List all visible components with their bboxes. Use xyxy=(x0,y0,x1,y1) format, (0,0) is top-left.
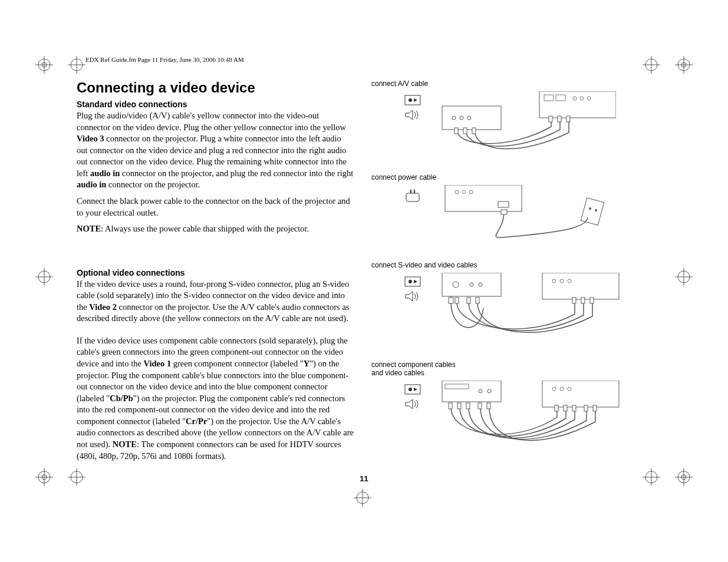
text: connect component cables xyxy=(371,361,456,369)
figure-icons xyxy=(371,273,430,306)
figure-power-cable: connect power cable xyxy=(371,173,651,246)
svg-rect-54 xyxy=(549,116,552,122)
doc-header: EDX Ref Guide.fm Page 11 Friday, June 30… xyxy=(85,56,651,63)
svg-rect-51 xyxy=(454,128,458,134)
crop-mark xyxy=(675,468,693,486)
text: : Always use the power cable that shippe… xyxy=(101,224,309,233)
figure-icons xyxy=(371,185,430,206)
diagram-svideo xyxy=(439,273,651,345)
crop-mark xyxy=(675,268,693,286)
svg-marker-72 xyxy=(406,292,413,301)
figure-icons xyxy=(371,381,430,414)
svg-point-66 xyxy=(589,207,591,210)
text: Plug the audio/video (A/V) cable's yello… xyxy=(77,111,346,132)
figure-icons xyxy=(371,91,430,124)
svg-rect-96 xyxy=(542,381,619,407)
text-bold: Video 1 xyxy=(144,359,172,368)
text-bold: audio in xyxy=(90,168,120,178)
body-paragraph: If the video device uses component cable… xyxy=(77,335,354,462)
svg-marker-90 xyxy=(414,388,417,391)
svg-rect-102 xyxy=(466,403,470,409)
text-bold: audio in xyxy=(77,180,106,189)
svg-rect-60 xyxy=(445,185,522,211)
svg-rect-45 xyxy=(539,91,616,118)
diagram-av xyxy=(439,91,651,158)
text-bold: Video 3 xyxy=(77,134,104,143)
svg-rect-83 xyxy=(467,297,470,303)
diagram-component xyxy=(439,381,651,453)
figure-column: connect A/V cable xyxy=(371,80,651,468)
audio-icon xyxy=(404,109,421,121)
svg-marker-39 xyxy=(414,98,417,102)
body-paragraph: Plug the audio/video (A/V) cable's yello… xyxy=(77,110,354,191)
page-title: Connecting a video device xyxy=(77,80,354,96)
svg-rect-77 xyxy=(542,273,619,299)
svg-rect-73 xyxy=(442,273,501,296)
svg-rect-104 xyxy=(487,403,490,409)
figure-label: connect component cables and video cable… xyxy=(371,361,651,377)
svg-rect-84 xyxy=(476,297,479,303)
svg-point-67 xyxy=(595,209,597,211)
svg-rect-81 xyxy=(449,297,453,303)
svg-rect-41 xyxy=(442,106,501,130)
svg-rect-82 xyxy=(455,297,459,303)
video-icon xyxy=(404,276,421,287)
svg-point-38 xyxy=(409,98,412,102)
audio-icon xyxy=(404,398,421,410)
svg-rect-85 xyxy=(572,297,576,303)
text: green component connector (labeled " xyxy=(171,359,304,368)
svg-rect-87 xyxy=(590,297,594,303)
plug-icon xyxy=(404,189,421,203)
svg-rect-57 xyxy=(406,193,419,201)
text: connector on the projector. Use the A/V … xyxy=(77,302,349,323)
svg-rect-86 xyxy=(581,297,585,303)
figure-label: connect S-video and video cables xyxy=(371,261,651,269)
note-label: NOTE xyxy=(77,224,101,233)
svg-rect-103 xyxy=(478,403,482,409)
figure-av-cable: connect A/V cable xyxy=(371,80,651,158)
svg-rect-106 xyxy=(564,405,567,411)
text-bold: Video 2 xyxy=(89,302,117,312)
note-label: NOTE xyxy=(113,439,137,449)
svg-rect-107 xyxy=(572,405,576,411)
page-number: 11 xyxy=(77,474,651,483)
text-bold: Y xyxy=(304,359,309,368)
svg-rect-53 xyxy=(472,128,476,134)
crop-mark xyxy=(35,268,53,286)
svg-rect-65 xyxy=(581,198,604,225)
body-paragraph: If the video device uses a round, four-p… xyxy=(77,279,354,325)
body-paragraph: Connect the black power cable to the con… xyxy=(77,196,354,219)
crop-mark xyxy=(35,56,53,74)
svg-point-70 xyxy=(409,280,412,283)
svg-rect-56 xyxy=(566,116,570,122)
text: and video cables xyxy=(371,369,424,377)
note-paragraph: NOTE: Always use the power cable that sh… xyxy=(77,223,354,235)
crop-mark xyxy=(35,468,53,486)
section-heading-standard: Standard video connections xyxy=(77,100,354,109)
section-heading-optional: Optional video connections xyxy=(77,268,354,277)
text: connector on the projector, and plug the… xyxy=(120,168,353,178)
text: connector on the projector. xyxy=(106,180,200,189)
figure-label: connect A/V cable xyxy=(371,80,651,88)
text-bold: Cb/Pb xyxy=(110,394,133,403)
figure-label: connect power cable xyxy=(371,173,651,181)
svg-point-89 xyxy=(409,388,412,391)
audio-icon xyxy=(404,290,421,302)
svg-rect-69 xyxy=(405,277,420,286)
svg-marker-71 xyxy=(414,280,417,283)
diagram-power xyxy=(439,185,651,246)
svg-marker-91 xyxy=(406,399,413,409)
text-bold: Cr/Pr xyxy=(186,416,207,426)
svg-rect-37 xyxy=(405,95,420,105)
svg-rect-101 xyxy=(457,403,461,409)
text-column: Connecting a video device Standard video… xyxy=(77,80,354,468)
svg-rect-55 xyxy=(558,116,561,122)
svg-rect-105 xyxy=(555,405,558,411)
svg-rect-92 xyxy=(442,381,501,402)
svg-rect-109 xyxy=(593,405,597,411)
svg-rect-68 xyxy=(501,210,507,214)
svg-rect-88 xyxy=(405,385,420,394)
svg-rect-108 xyxy=(584,405,588,411)
figure-component-cable: connect component cables and video cable… xyxy=(371,361,651,453)
video-icon xyxy=(404,95,421,105)
